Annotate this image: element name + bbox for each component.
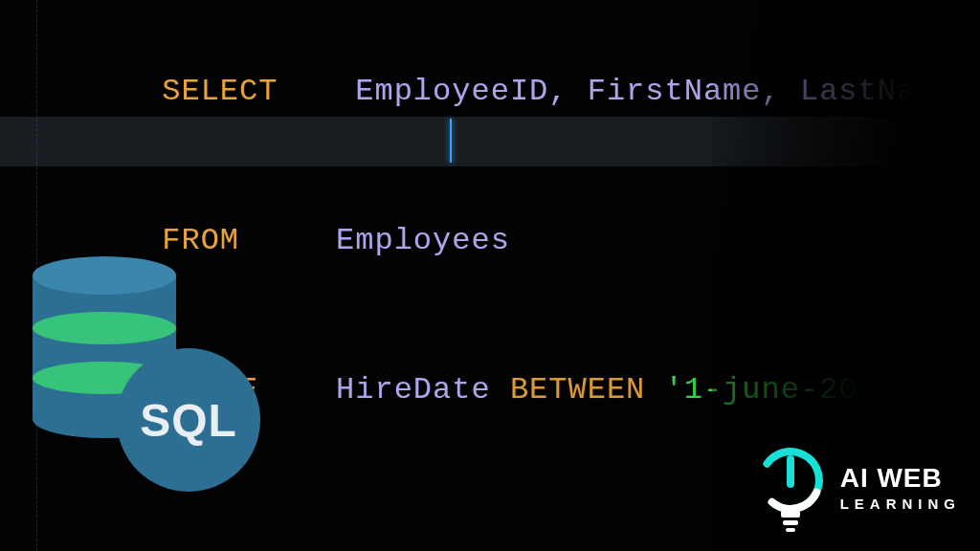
col-hire-date: HireDate [336, 372, 491, 408]
text-cursor [450, 119, 452, 163]
sql-badge-circle: SQL [117, 348, 260, 492]
svg-rect-2 [783, 520, 798, 525]
keyword-select: SELECT [162, 74, 278, 109]
brand-text: AI WEB LEARNING [840, 465, 961, 512]
col-employee-id: EmployeeID [355, 74, 548, 109]
brand-title: AI WEB [840, 465, 961, 492]
sql-editor-screenshot: SELECT EmployeeID, FirstName, LastNa FRO… [0, 0, 980, 551]
brand-subtitle: LEARNING [840, 496, 961, 512]
svg-rect-1 [781, 511, 800, 518]
keyword-from: FROM [162, 223, 239, 258]
keyword-between: BETWEEN [510, 372, 645, 408]
lightbulb-power-icon [754, 444, 827, 532]
table-employees: Employees [336, 223, 510, 258]
brand-logo: AI WEB LEARNING [754, 444, 961, 532]
svg-rect-3 [786, 528, 795, 532]
sql-database-icon: SQL [33, 256, 234, 476]
sql-badge-label: SQL [140, 394, 237, 447]
